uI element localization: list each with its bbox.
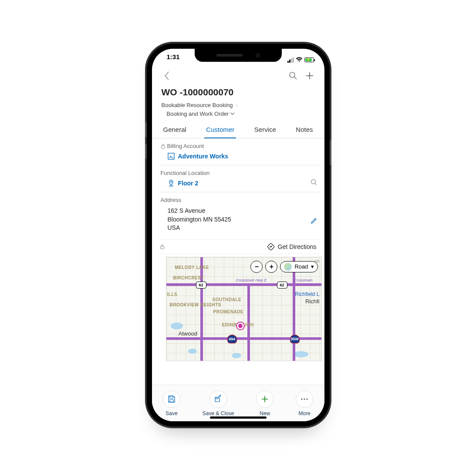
- phone-screen: 1:31 ⚡ WO -100000: [152, 49, 324, 421]
- map-pin: [237, 322, 244, 329]
- svg-point-18: [304, 398, 305, 400]
- clock: 1:31: [167, 53, 180, 66]
- map-label: PROMENADE: [213, 309, 244, 314]
- search-button[interactable]: [286, 69, 300, 83]
- svg-point-0: [290, 72, 295, 77]
- tab-general[interactable]: General: [162, 122, 188, 138]
- plus-icon: [305, 71, 314, 80]
- tab-bar: General Customer Service Notes: [152, 122, 324, 138]
- field-billing-account[interactable]: Billing Account Adventure Works: [158, 138, 322, 165]
- map-label: Atwood: [179, 330, 197, 337]
- page-title: WO -1000000070: [162, 87, 315, 97]
- save-icon: [168, 395, 176, 403]
- battery-icon: ⚡: [304, 57, 314, 62]
- save-close-button[interactable]: Save & Close: [203, 390, 234, 416]
- app-bar: [152, 66, 324, 85]
- svg-rect-4: [161, 146, 165, 148]
- home-indicator[interactable]: [210, 416, 267, 419]
- record-header: WO -1000000070 Bookable Resource Booking…: [152, 85, 324, 122]
- phone-notch: [195, 49, 282, 62]
- svg-point-17: [301, 398, 303, 400]
- breadcrumb-separator: ·: [236, 102, 238, 108]
- svg-rect-5: [168, 153, 174, 159]
- new-button[interactable]: New: [256, 390, 273, 416]
- form-selector-label: Booking and Work Order: [167, 110, 229, 118]
- zoom-out-button[interactable]: −: [250, 261, 263, 273]
- save-button[interactable]: Save: [163, 390, 180, 416]
- lookup-search-button[interactable]: [311, 179, 317, 186]
- pencil-icon: [311, 217, 317, 224]
- svg-rect-13: [170, 400, 173, 402]
- get-directions-button[interactable]: Get Directions: [278, 243, 317, 250]
- address-label: Address: [161, 197, 182, 203]
- edit-address-button[interactable]: [311, 217, 317, 224]
- functional-location-label: Functional Location: [161, 170, 210, 176]
- svg-point-19: [307, 398, 308, 400]
- route-shield: 62: [277, 282, 287, 289]
- more-button[interactable]: More: [296, 390, 313, 416]
- account-icon: [168, 153, 175, 160]
- add-button[interactable]: [303, 69, 317, 83]
- map-label: BROOKVIEW HEIGHTS: [170, 302, 222, 307]
- tab-notes[interactable]: Notes: [294, 122, 314, 138]
- search-icon: [289, 71, 297, 80]
- zoom-in-button[interactable]: +: [265, 261, 277, 273]
- phone-frame: 1:31 ⚡ WO -100000: [147, 44, 330, 426]
- location-pin-icon: [168, 180, 175, 187]
- chevron-left-icon: [164, 71, 170, 81]
- svg-rect-12: [170, 396, 173, 398]
- interstate-shield: 494: [227, 335, 237, 343]
- billing-account-value: Adventure Works: [178, 153, 229, 160]
- interstate-shield: 35W: [290, 335, 300, 343]
- map-label: ILLS: [167, 292, 178, 297]
- wifi-icon: [296, 57, 303, 62]
- cellular-icon: [287, 57, 294, 63]
- plus-icon: [261, 395, 269, 403]
- tab-service[interactable]: Service: [253, 122, 278, 138]
- back-button[interactable]: [160, 69, 174, 83]
- map[interactable]: MELODY LAKE BIRCHCREST ILLS BROOKVIEW HE…: [166, 257, 322, 361]
- svg-line-9: [315, 183, 317, 185]
- map-label: BIRCHCREST: [173, 275, 204, 280]
- field-functional-location[interactable]: Functional Location Floor 2: [158, 165, 322, 192]
- billing-account-label: Billing Account: [167, 143, 204, 149]
- save-close-icon: [214, 395, 223, 403]
- map-view-selector[interactable]: Road ▾: [280, 261, 317, 272]
- entity-name: Bookable Resource Booking: [162, 102, 233, 108]
- map-label: Richfield L: [295, 291, 319, 297]
- more-label: More: [298, 410, 310, 416]
- functional-location-value: Floor 2: [178, 180, 199, 187]
- map-label: Richfi: [305, 298, 320, 305]
- lock-icon: [161, 144, 165, 149]
- svg-point-8: [311, 179, 315, 184]
- globe-icon: [284, 263, 292, 271]
- search-icon: [311, 179, 317, 186]
- route-shield: 62: [196, 282, 206, 289]
- map-hwy-label: Crosstown Hwy E: [236, 278, 267, 282]
- map-label: MELODY LAKE: [175, 265, 209, 270]
- lock-icon: [160, 244, 165, 249]
- address-line2: Bloomington MN 55425: [168, 216, 231, 223]
- command-bar: Save Save & Close New: [152, 385, 324, 421]
- form-content: Billing Account Adventure Works Function…: [152, 138, 324, 421]
- save-close-label: Save & Close: [203, 410, 234, 416]
- new-label: New: [260, 410, 270, 416]
- map-label: SOUTHDALE: [213, 297, 242, 302]
- save-label: Save: [165, 410, 177, 416]
- tab-customer[interactable]: Customer: [204, 122, 236, 138]
- map-view-label: Road: [294, 263, 308, 270]
- ellipsis-icon: [300, 398, 308, 400]
- directions-bar: Get Directions: [158, 239, 322, 254]
- field-address[interactable]: Address 162 S Avenue Bloomington MN 5542…: [158, 192, 322, 238]
- svg-line-1: [294, 77, 297, 79]
- directions-icon: [267, 243, 274, 250]
- svg-point-6: [170, 181, 172, 183]
- status-icons: ⚡: [287, 53, 314, 66]
- address-line3: USA: [168, 224, 180, 231]
- address-line1: 162 S Avenue: [168, 207, 206, 214]
- svg-rect-10: [160, 246, 164, 249]
- form-selector[interactable]: Booking and Work Order: [167, 110, 235, 118]
- map-hwy-label: Crosstown: [294, 278, 313, 282]
- chevron-down-icon: [230, 112, 235, 115]
